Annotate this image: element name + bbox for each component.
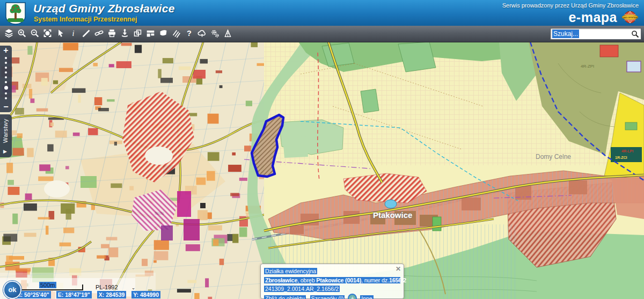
popup-action-1[interactable]: Zbliż do obiektu <box>264 295 306 299</box>
info-icon[interactable]: i <box>69 27 78 39</box>
zoom-in-button[interactable]: + <box>3 47 8 54</box>
zoom-level-dot[interactable] <box>5 97 7 99</box>
zoom-level-dot[interactable] <box>5 62 7 64</box>
search-input[interactable]: Szukaj... <box>550 28 641 40</box>
layout-icon[interactable] <box>146 27 155 39</box>
popup-title: Działka ewidencyjna <box>264 268 317 274</box>
windows-icon[interactable] <box>133 27 142 39</box>
pond <box>385 200 397 208</box>
link-icon[interactable] <box>94 27 104 39</box>
service-note: Serwis prowadzony przez Urząd Gminy Zbro… <box>502 2 639 9</box>
close-icon[interactable]: ✕ <box>396 265 401 273</box>
expand-arrow-icon: ▶ <box>3 149 7 154</box>
scale-label: 500m <box>39 282 56 288</box>
svg-text:?: ? <box>187 29 192 38</box>
zoom-in-icon[interactable] <box>17 27 26 39</box>
toolbar: i? Szukaj... <box>0 26 644 42</box>
zoom-level-dot[interactable] <box>5 76 7 78</box>
print-icon[interactable] <box>107 27 116 39</box>
map-label: Domy Celne <box>536 153 571 161</box>
help-icon[interactable]: ? <box>185 27 194 39</box>
zoom-level-dot[interactable] <box>5 81 7 83</box>
coord-y: Y: 484990 <box>131 291 160 298</box>
projection-label: PL-1992 <box>96 284 118 290</box>
scale-bar: 500m <box>18 285 83 290</box>
cloud-icon[interactable] <box>197 27 207 39</box>
locate-icon[interactable] <box>120 27 129 39</box>
hatch-icon[interactable] <box>172 27 181 39</box>
coordinates-readout: N: 50°25'40" E: 18°47'19" X: 284539 Y: 4… <box>15 291 160 298</box>
layers-tab-label: Warstwy <box>2 119 9 143</box>
chevron-down-icon: ⌄ <box>131 285 136 290</box>
svg-text:i: i <box>72 29 74 38</box>
parcel-id: 241309_2.0014.AR_2.1656/2 <box>264 286 340 292</box>
svg-text:GEO-SYSTEM: GEO-SYSTEM <box>623 16 638 19</box>
annotation-icon[interactable] <box>159 27 168 39</box>
emapa-brand: e-mapa <box>568 10 617 25</box>
projection-select[interactable]: PL-1992 ⌄ <box>96 284 135 290</box>
zoom-out-icon[interactable] <box>30 27 39 39</box>
zoom-level-dot[interactable] <box>5 71 7 74</box>
map-label: 1R-ZCI <box>615 156 627 159</box>
3d-icon[interactable] <box>223 27 232 39</box>
toolbar-icons: i? <box>4 27 232 39</box>
parcel-summary: Zbrosławice, obręb Ptakowice (0014), num… <box>264 277 400 283</box>
pointer-icon[interactable] <box>56 27 65 39</box>
coord-e: E: 18°47'19" <box>56 291 92 298</box>
full-extent-icon[interactable] <box>43 27 52 39</box>
gmina-crest-logo <box>5 2 26 25</box>
map-label: Ptakowice <box>373 210 412 220</box>
settings-icon[interactable] <box>210 27 219 39</box>
page-subtitle: System Informacji Przestrzennej <box>34 16 137 23</box>
expand-plus-icon[interactable]: + <box>349 295 356 299</box>
white-area <box>44 180 70 198</box>
popup-action-2[interactable]: Szczegóły (I) <box>310 295 345 299</box>
zoom-out-button[interactable]: − <box>3 103 8 111</box>
search-placeholder: Szukaj... <box>552 30 579 38</box>
zoom-level-dot[interactable] <box>5 92 7 94</box>
geoportal-ok-badge[interactable]: ok <box>3 281 21 299</box>
zoom-dots <box>4 57 8 99</box>
popup-actions: Zbliż do obiektuSzczegóły (I)+Inne <box>264 295 400 299</box>
coord-x: X: 284539 <box>97 291 126 298</box>
zoom-level-dot[interactable] <box>4 86 8 90</box>
popup-action-3[interactable]: Inne <box>360 295 373 299</box>
map-label: 4R-ZPI <box>581 64 594 69</box>
parcel-info-popup: Działka ewidencyjna ✕ Zbrosławice, obręb… <box>260 264 404 299</box>
map-canvas[interactable]: PtakowiceDomy Celne4R-ZPI4R-LPI1R-ZCI <box>0 42 644 299</box>
search-icon[interactable] <box>631 30 639 38</box>
white-area <box>145 147 173 165</box>
zoom-level-dot[interactable] <box>5 57 7 59</box>
app-header: Urząd Gminy Zbrosławice System Informacj… <box>0 0 644 26</box>
measure-icon[interactable] <box>82 27 91 39</box>
page-title: Urząd Gminy Zbrosławice <box>33 2 175 15</box>
zoom-level-dot[interactable] <box>5 67 7 69</box>
layers-panel-tab[interactable]: Warstwy ▶ <box>0 114 12 157</box>
zoom-control: + − <box>0 46 12 112</box>
layers-icon[interactable] <box>4 27 13 39</box>
geo-system-logo: GEO-SYSTEM <box>620 11 640 24</box>
map-label: 4R-LPI <box>621 149 633 153</box>
